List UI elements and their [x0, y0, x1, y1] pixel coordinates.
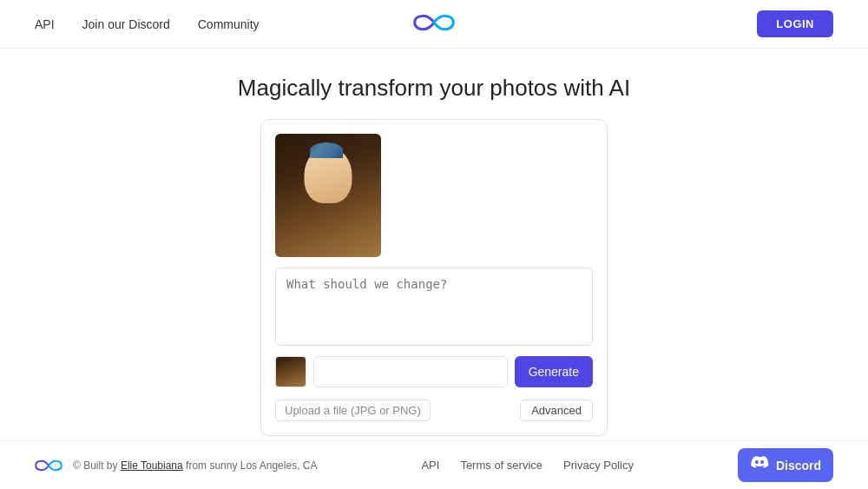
- main-content: Magically transform your photos with AI …: [0, 49, 868, 436]
- footer-center-links: API Terms of service Privacy Policy: [421, 459, 634, 472]
- nav-left: API Join our Discord Community: [35, 17, 757, 31]
- prompt-textarea[interactable]: [275, 268, 593, 346]
- footer-copyright-text: © Built by Elie Toubiana from sunny Los …: [73, 459, 317, 472]
- prompt-input[interactable]: [313, 356, 508, 387]
- painting-preview: [275, 134, 381, 257]
- footer-logo-icon: [35, 457, 62, 474]
- editor-card: Generate Upload a file (JPG or PNG) Adva…: [260, 119, 608, 436]
- upload-row: Upload a file (JPG or PNG) Advanced: [275, 400, 593, 421]
- login-button[interactable]: LOGIN: [757, 10, 833, 37]
- brand-logo-icon: [413, 10, 455, 36]
- generate-button[interactable]: Generate: [515, 356, 593, 387]
- footer-terms-link[interactable]: Terms of service: [460, 459, 542, 472]
- nav-center-logo: [413, 10, 455, 39]
- footer-privacy-link[interactable]: Privacy Policy: [563, 459, 634, 472]
- footer-left: © Built by Elie Toubiana from sunny Los …: [35, 457, 317, 474]
- upload-hint: (JPG or PNG): [351, 404, 421, 417]
- source-image: [275, 134, 381, 257]
- nav-api-link[interactable]: API: [35, 17, 55, 31]
- footer: © Built by Elie Toubiana from sunny Los …: [0, 440, 868, 489]
- nav-discord-link[interactable]: Join our Discord: [82, 17, 170, 31]
- footer-author-link[interactable]: Elie Toubiana: [121, 459, 183, 472]
- bottom-row: Generate: [275, 356, 593, 387]
- upload-label: Upload a file: [285, 404, 347, 417]
- footer-api-link[interactable]: API: [421, 459, 439, 472]
- nav-community-link[interactable]: Community: [198, 17, 260, 31]
- page-headline: Magically transform your photos with AI: [238, 75, 630, 102]
- footer-right: Discord: [738, 448, 833, 482]
- discord-label: Discord: [776, 459, 821, 472]
- upload-file-button[interactable]: Upload a file (JPG or PNG): [275, 400, 431, 421]
- discord-icon: [750, 453, 769, 477]
- advanced-button[interactable]: Advanced: [520, 400, 593, 421]
- thumbnail-preview: [275, 356, 306, 387]
- navbar: API Join our Discord Community LOGIN: [0, 0, 868, 49]
- nav-right: LOGIN: [757, 10, 833, 37]
- discord-button[interactable]: Discord: [738, 448, 833, 482]
